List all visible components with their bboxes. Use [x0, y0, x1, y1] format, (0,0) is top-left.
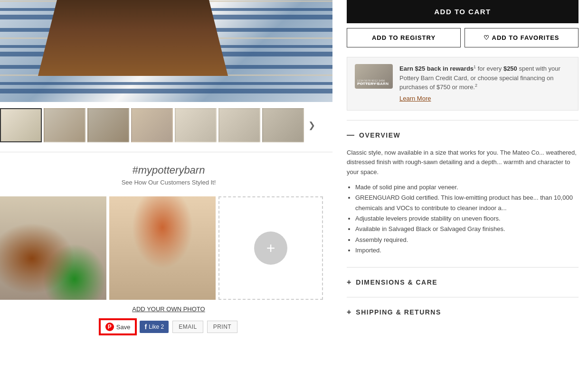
add-own-photo-link[interactable]: ADD YOUR OWN PHOTO [0, 305, 337, 313]
facebook-like-button[interactable]: f Like 2 [140, 321, 169, 333]
dimensions-expand-icon: + [347, 278, 351, 287]
thumbnail-1[interactable] [0, 108, 42, 142]
dimensions-section-header[interactable]: + DIMENSIONS & CARE [347, 274, 579, 290]
rewards-sup2: 2 [475, 83, 477, 88]
hashtag-subtitle: See How Our Customers Styled It! [0, 179, 337, 186]
rewards-amount: $250 [503, 65, 517, 72]
feature-item: Adjustable levelers provide stability on… [355, 213, 579, 224]
facebook-icon: f [144, 323, 147, 331]
main-product-image [0, 0, 332, 102]
feature-list: Made of solid pine and poplar veneer. GR… [347, 182, 579, 256]
customer-photo-1[interactable] [0, 196, 106, 300]
hashtag-section: #mypotterybarn See How Our Customers Sty… [0, 159, 337, 191]
shipping-divider [347, 297, 579, 297]
secondary-action-buttons: ADD TO REGISTRY ♡ ADD TO FAVORITES [347, 28, 579, 47]
credit-card-image: POTTERY BARN 1234 5678 9012 3456JANE WIL… [355, 64, 393, 89]
add-photo-placeholder[interactable]: + [218, 196, 323, 300]
thumbnail-6[interactable] [218, 108, 260, 142]
overview-content: Classic style, now available in a size t… [347, 143, 579, 260]
thumbnail-5[interactable] [175, 108, 217, 142]
card-number-display: 1234 5678 9012 3456JANE WILLIAMS [357, 79, 385, 85]
feature-item: Available in Salvaged Black or Salvaged … [355, 224, 579, 234]
customer-photo-2[interactable] [109, 196, 216, 300]
feature-item: GREENGUARD Gold certified. This low-emit… [355, 193, 579, 213]
social-share-bar: P Save f Like 2 EMAIL PRINT [0, 319, 337, 334]
overview-section-title: OVERVIEW [359, 131, 400, 139]
feature-item: Imported. [355, 245, 579, 256]
thumbnail-strip: ❯ [0, 106, 332, 145]
overview-divider [347, 120, 579, 120]
feature-item: Assembly required. [355, 235, 579, 245]
thumbnail-3[interactable] [87, 108, 129, 142]
overview-collapse-icon: — [347, 131, 354, 139]
pinterest-save-button[interactable]: P Save [100, 319, 136, 334]
thumbnail-2[interactable] [44, 108, 85, 142]
thumbnail-next-arrow[interactable]: ❯ [306, 108, 317, 142]
rewards-description: Earn $25 back in rewards1 for every $250… [399, 64, 570, 103]
shipping-expand-icon: + [347, 308, 351, 316]
pinterest-icon: P [105, 323, 114, 331]
feature-item: Made of solid pine and poplar veneer. [355, 182, 579, 193]
thumbnail-4[interactable] [131, 108, 173, 142]
overview-description-text: Classic style, now available in a size t… [347, 148, 579, 177]
divider-1 [0, 152, 332, 152]
shipping-section-title: SHIPPING & RETURNS [356, 308, 441, 316]
add-to-registry-button[interactable]: ADD TO REGISTRY [347, 28, 461, 47]
rewards-for-every: for every [476, 65, 503, 72]
pinterest-label: Save [116, 324, 131, 331]
email-button[interactable]: EMAIL [172, 321, 203, 333]
rewards-banner: POTTERY BARN 1234 5678 9012 3456JANE WIL… [347, 57, 579, 111]
hashtag-title: #mypotterybarn [0, 164, 337, 176]
customer-photo-grid: + [0, 196, 332, 300]
print-button[interactable]: PRINT [207, 321, 238, 333]
add-to-favorites-button[interactable]: ♡ ADD TO FAVORITES [465, 28, 579, 47]
facebook-label: Like 2 [149, 324, 164, 330]
overview-section-header[interactable]: — OVERVIEW [347, 127, 579, 143]
thumbnail-7[interactable] [262, 108, 304, 142]
dimensions-section-title: DIMENSIONS & CARE [356, 278, 437, 286]
rewards-earn-text: Earn $25 back in rewards [399, 65, 474, 72]
add-photo-icon: + [254, 231, 287, 265]
shipping-section-header[interactable]: + SHIPPING & RETURNS [347, 304, 579, 320]
rewards-learn-more-link[interactable]: Learn More [399, 94, 570, 103]
dimensions-divider [347, 267, 579, 268]
add-to-cart-button[interactable]: ADD TO CART [347, 0, 579, 23]
